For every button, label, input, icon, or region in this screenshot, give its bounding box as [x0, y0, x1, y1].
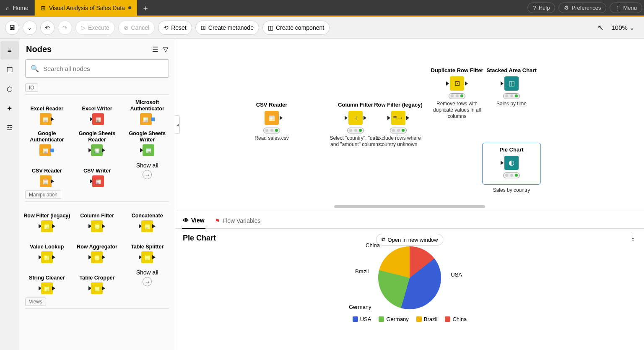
panel-title: Nodes	[26, 44, 52, 54]
undo-button[interactable]: ↶	[40, 21, 55, 35]
home-tab[interactable]: ⌂ Home	[0, 0, 35, 16]
status-lights	[347, 128, 364, 133]
show-all-io[interactable]: Show all→	[122, 159, 172, 189]
node-subtitle: Exclude rows where country unknown	[369, 135, 428, 148]
download-icon[interactable]: ⭳	[630, 234, 636, 241]
repo-node-label: Row Filter (legacy)	[23, 206, 71, 219]
create-metanode-button[interactable]: ⊞Create metanode	[195, 21, 259, 35]
metanode-icon: ⊞	[201, 24, 206, 31]
legend-brazil: Brazil	[424, 316, 438, 322]
repo-node[interactable]: Column Filter▦	[72, 204, 122, 234]
status-lights	[503, 172, 520, 178]
save-menu-button[interactable]: ⌄	[23, 21, 37, 35]
node-csv-reader[interactable]: CSV Reader ▦ Read sales.csv	[242, 102, 301, 141]
component-icon: ◫	[268, 24, 273, 31]
search-icon: 🔍	[31, 65, 39, 73]
repo-node[interactable]: Value Lookup▦	[22, 235, 72, 265]
filter-icon[interactable]: ▽	[163, 45, 168, 53]
zoom-control[interactable]: 100% ⌄	[607, 24, 639, 31]
repo-node[interactable]: Row Aggregator▦	[72, 235, 122, 265]
node-stacked-area[interactable]: Stacked Area Chart ◫ Sales by time	[482, 67, 541, 107]
workflow-tab-active[interactable]: ⊞ Visual Analysis of Sales Data	[35, 0, 137, 16]
play-icon: ▷	[81, 24, 86, 31]
node-title: Stacked Area Chart	[482, 67, 541, 74]
repo-node-label: Google Authenticator	[23, 130, 71, 143]
view-tab-label: View	[191, 217, 205, 224]
category-io[interactable]: IO	[25, 84, 38, 92]
repo-node[interactable]: Google Sheets Reader▦	[72, 128, 122, 158]
workflow-canvas[interactable]: ◂ CSV Reader ▦ Read sales.csv Column Fil…	[175, 39, 644, 211]
repo-node[interactable]: Row Filter (legacy)▦	[22, 204, 72, 234]
reset-button[interactable]: ⟲Reset	[158, 21, 192, 35]
tree-view-icon[interactable]: ☰	[152, 45, 158, 53]
prefs-label: Preferences	[571, 5, 601, 11]
cancel-button[interactable]: ⊘Cancel	[118, 21, 155, 35]
search-input[interactable]	[43, 65, 164, 72]
repo-node-label: Row Aggregator	[73, 237, 122, 250]
help-icon: ?	[533, 5, 536, 11]
repo-node[interactable]: Excel Reader▦	[22, 97, 72, 127]
repo-node[interactable]: CSV Reader▦	[22, 159, 72, 189]
repo-node[interactable]: Google Authenticator▦	[22, 128, 72, 158]
repo-node[interactable]: Table Cropper▦	[72, 266, 122, 296]
search-container: 🔍	[25, 59, 169, 78]
repo-node[interactable]: Excel Writer▦	[72, 97, 122, 127]
layers-icon: ❐	[7, 66, 13, 74]
redo-icon: ↷	[62, 24, 68, 31]
toolbar: 🖫 ⌄ ↶ ↷ ▷Execute ⊘Cancel ⟲Reset ⊞Create …	[0, 17, 644, 39]
execute-label: Execute	[88, 24, 109, 31]
repo-node[interactable]: Google Sheets Writer▦	[122, 128, 172, 158]
node-duplicate-filter[interactable]: Duplicate Row Filter ⊡ Remove rows with …	[428, 67, 486, 120]
category-manipulation[interactable]: Manipulation	[25, 191, 61, 199]
flow-variables-tab[interactable]: ⚑Flow Variables	[214, 214, 262, 228]
node-subtitle: Read sales.csv	[242, 135, 301, 141]
rail-workflows[interactable]: ❐	[0, 60, 19, 79]
repo-node[interactable]: CSV Writer▦	[72, 159, 122, 189]
repo-node-label: CSV Writer	[73, 161, 122, 174]
rail-ai[interactable]: ✦	[0, 99, 19, 118]
rail-nodes[interactable]: ≡	[0, 41, 19, 60]
repo-node[interactable]: Microsoft Authenticator▦	[122, 97, 172, 127]
create-component-button[interactable]: ◫Create component	[262, 21, 330, 35]
unsaved-dot-icon	[128, 6, 131, 9]
cursor-icon[interactable]: ↖	[597, 23, 604, 32]
status-lights	[263, 128, 280, 133]
menu-button[interactable]: ⋮Menu	[610, 3, 642, 13]
chevron-down-icon: ⌄	[27, 24, 32, 31]
repo-node-label: Value Lookup	[23, 237, 71, 250]
slice-label-brazil: Brazil	[355, 268, 369, 274]
repo-node[interactable]: Table Splitter▦	[122, 235, 172, 265]
slice-label-germany: Germany	[349, 304, 371, 310]
execute-button[interactable]: ▷Execute	[75, 21, 115, 35]
repo-node-label: Excel Writer	[73, 99, 122, 112]
repo-node-label: Table Cropper	[73, 268, 122, 281]
category-views[interactable]: Views	[25, 298, 46, 306]
view-tab[interactable]: 👁View	[182, 214, 205, 229]
repo-node-label: Microsoft Authenticator	[123, 99, 171, 112]
repo-node[interactable]: Concatenate▦	[122, 204, 172, 234]
node-pie-chart-selected[interactable]: Pie Chart ◐ Sales by country	[482, 143, 541, 193]
repo-node-label: Google Sheets Reader	[73, 130, 122, 143]
pie-chart: USA Germany Brazil China USA Germany Bra…	[322, 246, 498, 322]
save-icon: 🖫	[9, 24, 15, 31]
workflow-tab-label: Visual Analysis of Sales Data	[49, 5, 125, 11]
repo-node-label: Excel Reader	[23, 99, 71, 112]
preferences-button[interactable]: ⚙Preferences	[558, 3, 606, 13]
rail-monitor[interactable]: ☲	[0, 118, 19, 137]
new-tab-button[interactable]: ＋	[137, 0, 154, 16]
repo-node-label: Table Splitter	[123, 237, 171, 250]
show-all-manip[interactable]: Show all→	[122, 266, 172, 296]
panel-collapse-handle[interactable]: ◂	[175, 115, 180, 134]
rail-hub[interactable]: ⬡	[0, 80, 19, 98]
save-button[interactable]: 🖫	[5, 21, 19, 35]
node-row-filter[interactable]: Row Filter (legacy) ≡→ Exclude rows wher…	[369, 102, 428, 148]
repo-node-label: Concatenate	[123, 206, 171, 219]
gear-icon: ⚙	[564, 5, 569, 11]
redo-button[interactable]: ↷	[58, 21, 72, 35]
node-subtitle: Remove rows with duplicate values in all…	[428, 101, 486, 120]
repo-node[interactable]: String Cleaner▦	[22, 266, 72, 296]
workflow-icon: ⊞	[41, 5, 46, 11]
canvas-scrollbar[interactable]	[334, 205, 485, 208]
open-in-new-window[interactable]: ⧉Open in new window	[376, 234, 444, 246]
help-button[interactable]: ?Help	[527, 3, 555, 13]
